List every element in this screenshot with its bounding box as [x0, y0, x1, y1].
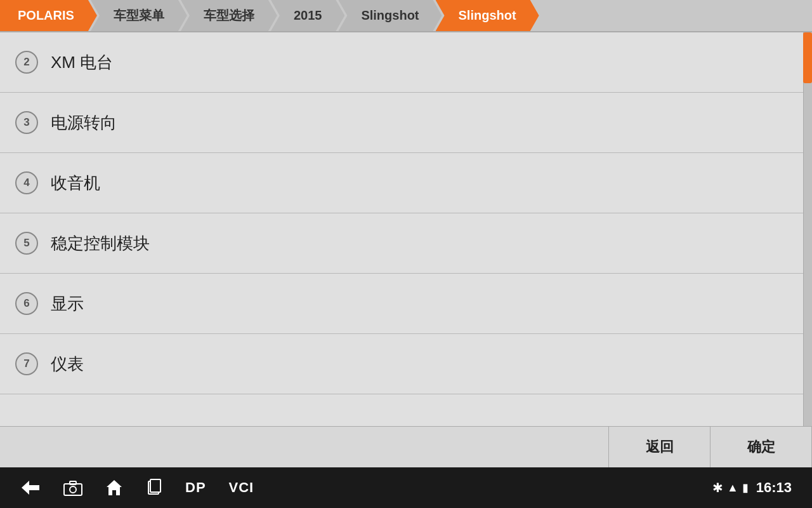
status-icons: ✱ ▲ ▮ — [712, 480, 749, 495]
item-number-3: 5 — [15, 232, 38, 255]
svg-marker-4 — [107, 480, 122, 495]
list-item-3[interactable]: 5 稳定控制模块 — [0, 213, 812, 274]
bluetooth-icon: ✱ — [712, 480, 723, 495]
svg-rect-6 — [150, 479, 160, 492]
pages-icon[interactable] — [146, 479, 162, 497]
item-label-1: 电源转向 — [51, 112, 117, 134]
item-label-0: XM 电台 — [51, 51, 113, 74]
breadcrumb-current[interactable]: Slingshot — [436, 0, 539, 31]
breadcrumb-model[interactable]: Slingshot — [338, 0, 442, 31]
system-icons-left: DP VCI — [20, 479, 254, 497]
breadcrumb-year[interactable]: 2015 — [271, 0, 345, 31]
system-bar: DP VCI ✱ ▲ ▮ 16:13 — [0, 467, 812, 508]
breadcrumb-vehicle-menu[interactable]: 车型菜单 — [91, 0, 187, 31]
action-bar: 返回 确定 — [0, 426, 812, 467]
item-label-3: 稳定控制模块 — [51, 232, 150, 255]
item-number-0: 2 — [15, 51, 38, 74]
scrollbar-track[interactable] — [803, 32, 812, 426]
item-label-5: 仪表 — [51, 353, 84, 375]
signal-icon: ▲ — [727, 481, 738, 495]
breadcrumb-polaris[interactable]: POLARIS — [0, 0, 97, 31]
item-label-4: 显示 — [51, 293, 84, 315]
dp-icon[interactable]: DP — [185, 479, 206, 496]
item-number-5: 7 — [15, 352, 38, 375]
list-container: 2 XM 电台 3 电源转向 4 收音机 5 稳定控制模块 6 显示 7 仪表 — [0, 32, 812, 394]
list-item-5[interactable]: 7 仪表 — [0, 334, 812, 394]
camera-icon[interactable] — [63, 479, 82, 496]
item-number-1: 3 — [15, 111, 38, 134]
svg-rect-3 — [70, 481, 76, 485]
confirm-button[interactable]: 确定 — [710, 427, 812, 467]
svg-marker-0 — [22, 481, 39, 495]
list-item-2[interactable]: 4 收音机 — [0, 153, 812, 213]
scrollbar-thumb[interactable] — [803, 32, 812, 83]
item-number-2: 4 — [15, 171, 38, 194]
item-number-4: 6 — [15, 292, 38, 315]
system-time: 16:13 — [756, 479, 792, 496]
main-content: 2 XM 电台 3 电源转向 4 收音机 5 稳定控制模块 6 显示 7 仪表 — [0, 32, 812, 426]
back-arrow-icon[interactable] — [20, 479, 41, 496]
item-label-2: 收音机 — [51, 172, 100, 194]
svg-rect-1 — [64, 484, 82, 495]
home-icon[interactable] — [105, 479, 123, 497]
action-spacer — [0, 427, 609, 467]
system-icons-right: ✱ ▲ ▮ 16:13 — [712, 479, 792, 496]
svg-point-2 — [70, 486, 76, 493]
vci-icon[interactable]: VCI — [229, 479, 254, 496]
breadcrumb-vehicle-select[interactable]: 车型选择 — [181, 0, 277, 31]
battery-icon: ▮ — [742, 481, 749, 495]
breadcrumb-bar: POLARIS 车型菜单 车型选择 2015 Slingshot Slingsh… — [0, 0, 812, 32]
back-button[interactable]: 返回 — [609, 427, 710, 467]
list-item-4[interactable]: 6 显示 — [0, 274, 812, 334]
list-item-0[interactable]: 2 XM 电台 — [0, 32, 812, 93]
list-item-1[interactable]: 3 电源转向 — [0, 93, 812, 153]
